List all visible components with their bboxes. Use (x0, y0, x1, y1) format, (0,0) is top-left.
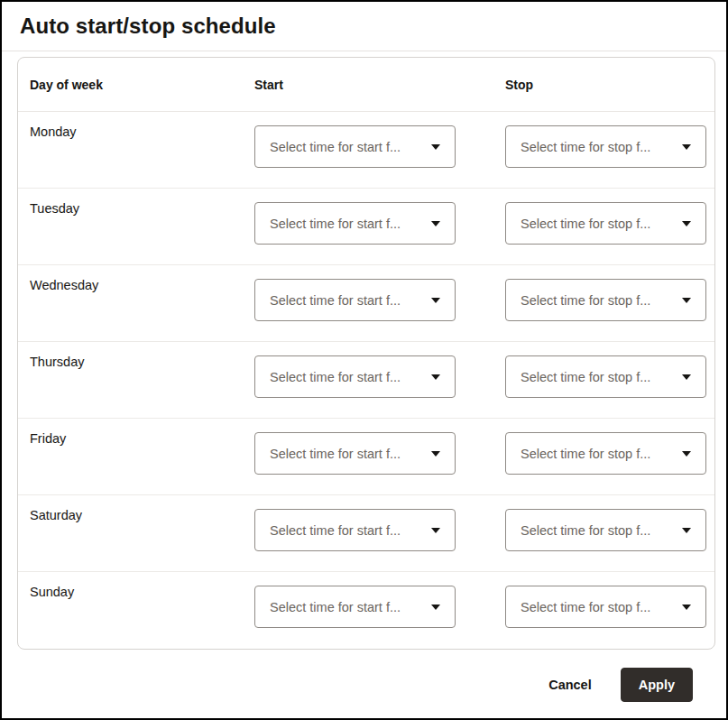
start-cell: Select time for start f... (254, 495, 505, 551)
start-time-select[interactable]: Select time for start f... (254, 509, 456, 551)
chevron-down-icon (682, 374, 691, 380)
day-label: Monday (30, 112, 254, 139)
chevron-down-icon (682, 605, 691, 610)
day-label: Tuesday (30, 189, 254, 216)
table-row: Wednesday Select time for start f... Sel… (18, 265, 714, 342)
cancel-button[interactable]: Cancel (547, 672, 594, 697)
start-time-select[interactable]: Select time for start f... (254, 202, 456, 245)
select-placeholder-text: Select time for stop f... (521, 600, 650, 614)
table-row: Sunday Select time for start f... Select… (18, 572, 714, 649)
start-cell: Select time for start f... (254, 265, 505, 321)
stop-time-select[interactable]: Select time for stop f... (505, 355, 706, 398)
chevron-down-icon (431, 221, 440, 226)
start-time-select[interactable]: Select time for start f... (254, 432, 456, 475)
day-label: Saturday (30, 495, 254, 522)
dialog-title: Auto start/stop schedule (20, 14, 276, 39)
chevron-down-icon (682, 221, 691, 226)
table-row: Monday Select time for start f... Select… (18, 112, 714, 189)
select-placeholder-text: Select time for start f... (270, 370, 401, 384)
stop-time-select[interactable]: Select time for stop f... (505, 202, 706, 245)
dialog-footer: Cancel Apply (547, 668, 693, 702)
select-placeholder-text: Select time for start f... (270, 523, 401, 538)
apply-button[interactable]: Apply (621, 668, 693, 702)
select-placeholder-text: Select time for start f... (270, 447, 401, 461)
start-cell: Select time for start f... (254, 112, 505, 168)
column-header-day-of-week: Day of week (30, 78, 254, 92)
day-label: Friday (30, 419, 254, 446)
chevron-down-icon (682, 144, 691, 150)
dialog-header: Auto start/stop schedule (2, 2, 726, 51)
auto-start-stop-dialog: Auto start/stop schedule Day of week Sta… (0, 0, 728, 720)
start-time-select[interactable]: Select time for start f... (254, 279, 456, 321)
table-row: Friday Select time for start f... Select… (18, 419, 714, 495)
chevron-down-icon (431, 144, 440, 150)
schedule-table: Day of week Start Stop Monday Select tim… (17, 57, 715, 650)
select-placeholder-text: Select time for stop f... (521, 217, 650, 231)
select-placeholder-text: Select time for stop f... (521, 447, 650, 461)
stop-cell: Select time for stop f... (505, 419, 706, 475)
start-time-select[interactable]: Select time for start f... (254, 586, 456, 628)
start-cell: Select time for start f... (254, 342, 505, 398)
chevron-down-icon (431, 528, 440, 533)
select-placeholder-text: Select time for stop f... (521, 370, 650, 384)
stop-cell: Select time for stop f... (505, 342, 706, 398)
stop-time-select[interactable]: Select time for stop f... (505, 432, 706, 475)
select-placeholder-text: Select time for stop f... (521, 523, 650, 538)
day-label: Sunday (30, 572, 254, 599)
chevron-down-icon (431, 298, 440, 303)
stop-time-select[interactable]: Select time for stop f... (505, 509, 706, 551)
start-cell: Select time for start f... (254, 189, 505, 245)
select-placeholder-text: Select time for stop f... (521, 140, 650, 154)
table-row: Tuesday Select time for start f... Selec… (18, 189, 714, 265)
select-placeholder-text: Select time for start f... (270, 217, 401, 231)
select-placeholder-text: Select time for start f... (270, 293, 401, 308)
day-label: Wednesday (30, 265, 254, 292)
table-header-row: Day of week Start Stop (18, 58, 714, 112)
table-row: Thursday Select time for start f... Sele… (18, 342, 714, 419)
stop-time-select[interactable]: Select time for stop f... (505, 125, 706, 168)
select-placeholder-text: Select time for start f... (270, 600, 401, 614)
select-placeholder-text: Select time for start f... (270, 140, 401, 154)
stop-cell: Select time for stop f... (505, 495, 706, 551)
start-cell: Select time for start f... (254, 419, 505, 475)
start-time-select[interactable]: Select time for start f... (254, 355, 456, 398)
chevron-down-icon (682, 298, 691, 303)
stop-cell: Select time for stop f... (505, 112, 706, 168)
column-header-stop: Stop (505, 78, 703, 92)
stop-cell: Select time for stop f... (505, 572, 706, 628)
chevron-down-icon (431, 374, 440, 380)
chevron-down-icon (682, 528, 691, 533)
stop-cell: Select time for stop f... (505, 265, 706, 321)
chevron-down-icon (431, 605, 440, 610)
stop-time-select[interactable]: Select time for stop f... (505, 279, 706, 321)
stop-time-select[interactable]: Select time for stop f... (505, 586, 706, 628)
stop-cell: Select time for stop f... (505, 189, 706, 245)
select-placeholder-text: Select time for stop f... (521, 293, 650, 308)
start-cell: Select time for start f... (254, 572, 505, 628)
day-label: Thursday (30, 342, 254, 369)
chevron-down-icon (431, 451, 440, 457)
table-row: Saturday Select time for start f... Sele… (18, 495, 714, 572)
start-time-select[interactable]: Select time for start f... (254, 125, 456, 168)
chevron-down-icon (682, 451, 691, 457)
column-header-start: Start (254, 78, 505, 92)
